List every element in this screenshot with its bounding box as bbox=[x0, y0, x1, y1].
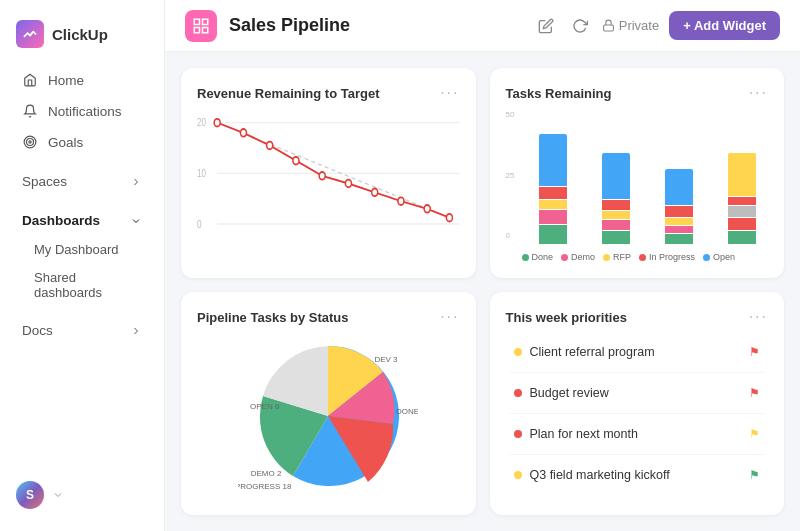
priority-dot-1 bbox=[514, 348, 522, 356]
y-label-0: 0 bbox=[506, 231, 515, 240]
widget-tasks-title: Tasks Remaining bbox=[506, 86, 612, 101]
sidebar-item-notifications[interactable]: Notifications bbox=[6, 96, 158, 126]
logo-icon bbox=[16, 20, 44, 48]
svg-point-19 bbox=[319, 172, 325, 180]
home-icon bbox=[22, 72, 38, 88]
priority-item-2[interactable]: Budget review ⚑ bbox=[506, 379, 769, 407]
header-actions: Private + Add Widget bbox=[534, 11, 780, 40]
spaces-section: Spaces bbox=[0, 167, 164, 196]
dashboards-header[interactable]: Dashboards bbox=[6, 206, 158, 235]
edit-button[interactable] bbox=[534, 14, 558, 38]
bar-3 bbox=[652, 110, 705, 244]
svg-point-23 bbox=[424, 205, 430, 213]
priority-label-4: Q3 field marketing kickoff bbox=[530, 468, 670, 482]
widget-pipeline: Pipeline Tasks by Status ··· bbox=[181, 292, 476, 515]
widget-priorities-header: This week priorities ··· bbox=[506, 308, 769, 326]
divider-2 bbox=[510, 413, 765, 414]
priority-item-4[interactable]: Q3 field marketing kickoff ⚑ bbox=[506, 461, 769, 489]
widget-tasks-header: Tasks Remaining ··· bbox=[506, 84, 769, 102]
legend-open: Open bbox=[703, 252, 735, 262]
divider-1 bbox=[510, 372, 765, 373]
add-widget-button[interactable]: + Add Widget bbox=[669, 11, 780, 40]
sidebar-footer[interactable]: S bbox=[0, 471, 164, 519]
svg-point-18 bbox=[293, 157, 299, 165]
widget-priorities-title: This week priorities bbox=[506, 310, 627, 325]
refresh-button[interactable] bbox=[568, 14, 592, 38]
dashboards-label: Dashboards bbox=[22, 213, 100, 228]
main-content: Sales Pipeline Private + Add Widget Reve… bbox=[165, 0, 800, 531]
bar-rfp bbox=[728, 206, 756, 216]
revenue-chart: 20 10 0 bbox=[197, 110, 460, 262]
sidebar-item-my-dashboard[interactable]: My Dashboard bbox=[6, 236, 158, 263]
legend-inprogress: In Progress bbox=[639, 252, 695, 262]
widget-tasks-menu[interactable]: ··· bbox=[749, 84, 768, 102]
docs-section: Docs bbox=[0, 316, 164, 345]
bar-1 bbox=[526, 110, 579, 244]
priority-dot-3 bbox=[514, 430, 522, 438]
widget-priorities-menu[interactable]: ··· bbox=[749, 308, 768, 326]
tasks-legend: Done Demo RFP In Progress bbox=[506, 252, 769, 262]
legend-rfp: RFP bbox=[603, 252, 631, 262]
y-label-25: 25 bbox=[506, 171, 515, 180]
svg-point-2 bbox=[29, 141, 31, 143]
widget-priorities: This week priorities ··· Client referral… bbox=[490, 292, 785, 515]
legend-demo: Demo bbox=[561, 252, 595, 262]
bar-open bbox=[602, 153, 630, 199]
bar-open bbox=[665, 169, 693, 205]
bar-inprogress bbox=[539, 187, 567, 199]
widget-revenue-menu[interactable]: ··· bbox=[440, 84, 459, 102]
bar-rfp bbox=[602, 211, 630, 219]
bar-done bbox=[728, 231, 756, 244]
svg-point-22 bbox=[398, 197, 404, 205]
bar-rfp bbox=[539, 200, 567, 209]
docs-header[interactable]: Docs bbox=[6, 316, 158, 345]
dashboards-section: Dashboards My Dashboard Shared dashboard… bbox=[0, 206, 164, 306]
my-dashboard-label: My Dashboard bbox=[34, 242, 119, 257]
docs-label: Docs bbox=[22, 323, 53, 338]
bar-rfp bbox=[665, 218, 693, 225]
widget-pipeline-menu[interactable]: ··· bbox=[440, 308, 459, 326]
priority-label-2: Budget review bbox=[530, 386, 609, 400]
priority-flag-4: ⚑ bbox=[749, 468, 760, 482]
priority-flag-1: ⚑ bbox=[749, 345, 760, 359]
widget-revenue-title: Revenue Remaining to Target bbox=[197, 86, 380, 101]
pie-chart-area: DEV 3 DONE 5 IN PROGRESS 18 OPEN 6 DEMO … bbox=[197, 334, 460, 499]
priority-item-3[interactable]: Plan for next month ⚑ bbox=[506, 420, 769, 448]
svg-point-20 bbox=[345, 180, 351, 188]
sidebar-item-goals[interactable]: Goals bbox=[6, 127, 158, 157]
svg-text:DEV 3: DEV 3 bbox=[375, 355, 399, 364]
sidebar-nav: Home Notifications Goals Spaces Dashboar… bbox=[0, 64, 164, 471]
svg-point-24 bbox=[446, 214, 452, 222]
bar-inprogress bbox=[665, 206, 693, 216]
svg-rect-5 bbox=[194, 27, 199, 32]
dashboard: Revenue Remaining to Target ··· 20 10 0 bbox=[165, 52, 800, 531]
svg-point-21 bbox=[372, 189, 378, 197]
widget-revenue: Revenue Remaining to Target ··· 20 10 0 bbox=[181, 68, 476, 278]
svg-point-16 bbox=[240, 129, 246, 137]
y-label-50: 50 bbox=[506, 110, 515, 119]
header: Sales Pipeline Private + Add Widget bbox=[165, 0, 800, 52]
bar-2 bbox=[589, 110, 642, 244]
bar-inprogress bbox=[602, 200, 630, 210]
svg-text:10: 10 bbox=[197, 168, 206, 179]
priority-item-1[interactable]: Client referral program ⚑ bbox=[506, 338, 769, 366]
svg-rect-6 bbox=[203, 27, 208, 32]
svg-point-15 bbox=[214, 119, 220, 127]
svg-text:0: 0 bbox=[197, 219, 201, 230]
private-label: Private bbox=[619, 18, 659, 33]
sidebar-item-shared-dashboards[interactable]: Shared dashboards bbox=[6, 264, 158, 306]
spaces-header[interactable]: Spaces bbox=[6, 167, 158, 196]
sidebar-logo[interactable]: ClickUp bbox=[0, 12, 164, 64]
bar-done bbox=[665, 234, 693, 244]
svg-rect-7 bbox=[603, 25, 613, 31]
header-icon-box bbox=[185, 10, 217, 42]
divider-3 bbox=[510, 454, 765, 455]
priority-flag-2: ⚑ bbox=[749, 386, 760, 400]
sidebar-item-home[interactable]: Home bbox=[6, 65, 158, 95]
sidebar: ClickUp Home Notifications Goals Spaces bbox=[0, 0, 165, 531]
bar-done bbox=[602, 231, 630, 244]
bar-done bbox=[539, 225, 567, 244]
spaces-label: Spaces bbox=[22, 174, 67, 189]
bar-demo bbox=[602, 220, 630, 230]
widget-revenue-header: Revenue Remaining to Target ··· bbox=[197, 84, 460, 102]
